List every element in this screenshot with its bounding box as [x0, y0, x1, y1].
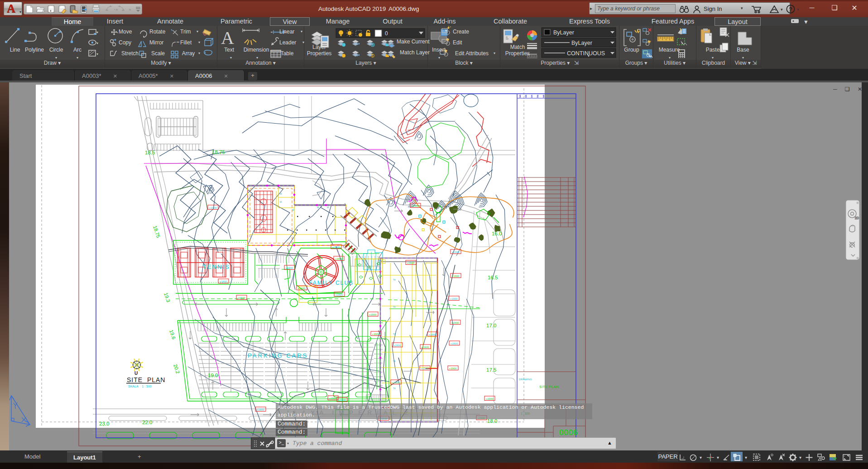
svg-text:+1900: +1900	[449, 367, 457, 370]
svg-text:TA: TA	[393, 388, 395, 390]
svg-text:+1900: +1900	[452, 251, 460, 254]
svg-text:U: U	[134, 371, 138, 376]
svg-text:DRAWING: DRAWING	[519, 378, 532, 381]
svg-text:22.0: 22.0	[142, 420, 152, 425]
svg-text:▾: ▾	[717, 455, 719, 460]
svg-text:▾: ▾	[700, 455, 702, 460]
svg-text:17.5: 17.5	[486, 367, 496, 373]
svg-text:+1900: +1900	[332, 246, 340, 249]
svg-text:+1900: +1900	[220, 280, 228, 283]
svg-text:17.0: 17.0	[486, 323, 496, 328]
svg-text:+1900: +1900	[393, 344, 402, 347]
svg-text:+1900: +1900	[338, 399, 346, 402]
svg-text:M: M	[327, 206, 329, 209]
svg-text:+1900: +1900	[451, 342, 459, 345]
svg-text:TA: TA	[393, 279, 395, 281]
svg-text:+1900: +1900	[257, 408, 265, 411]
svg-text:M: M	[280, 201, 282, 203]
svg-text:FAMILY CLUB: FAMILY CLUB	[309, 280, 354, 286]
svg-text:+1900: +1900	[238, 297, 246, 299]
svg-text:+1900: +1900	[335, 258, 343, 260]
svg-text:SITE PLAN: SITE PLAN	[127, 376, 165, 383]
svg-text:+1900: +1900	[286, 267, 294, 269]
svg-text:+1900: +1900	[452, 275, 460, 278]
svg-text:+1900: +1900	[209, 206, 217, 209]
svg-text:18.75: 18.75	[212, 149, 225, 155]
svg-text:+1900: +1900	[421, 367, 429, 370]
svg-text:+1900: +1900	[372, 333, 380, 335]
svg-text:+1900: +1900	[412, 205, 420, 207]
svg-text:▾: ▾	[799, 455, 801, 460]
svg-text:2D: 2D	[855, 216, 859, 220]
svg-text:TA: TA	[393, 306, 395, 308]
svg-text:16.0: 16.0	[492, 231, 502, 236]
svg-text:+1900: +1900	[369, 313, 377, 316]
svg-text:+1900: +1900	[407, 262, 415, 264]
svg-text:M: M	[292, 209, 294, 211]
svg-text:+1900: +1900	[429, 333, 437, 336]
svg-text:16.5: 16.5	[488, 275, 498, 280]
svg-text:19.0: 19.0	[208, 373, 218, 378]
svg-text:M: M	[280, 192, 282, 195]
svg-text:23.0: 23.0	[99, 421, 109, 426]
svg-text:+1900: +1900	[422, 346, 430, 349]
svg-text:TENNIS: TENNIS	[203, 263, 230, 270]
svg-text:+1900: +1900	[298, 287, 306, 290]
svg-text:18.5: 18.5	[145, 150, 155, 155]
svg-text:+1900: +1900	[329, 397, 337, 400]
svg-text:0006: 0006	[559, 428, 578, 437]
svg-text:+1900: +1900	[336, 293, 344, 296]
svg-text:+1900: +1900	[450, 297, 458, 300]
svg-text:+1900: +1900	[451, 321, 460, 324]
svg-text:+1900: +1900	[392, 381, 400, 384]
svg-text:SKALA 1 : 500: SKALA 1 : 500	[128, 385, 152, 388]
svg-text:M: M	[317, 206, 319, 209]
svg-text:SITE PLAN: SITE PLAN	[539, 385, 559, 389]
svg-text:▾: ▾	[745, 455, 747, 460]
svg-text:+1900: +1900	[486, 397, 494, 400]
svg-text:TA: TA	[393, 333, 395, 335]
svg-text:PARKING CARS: PARKING CARS	[248, 352, 308, 359]
svg-text:TA: TA	[393, 360, 395, 363]
